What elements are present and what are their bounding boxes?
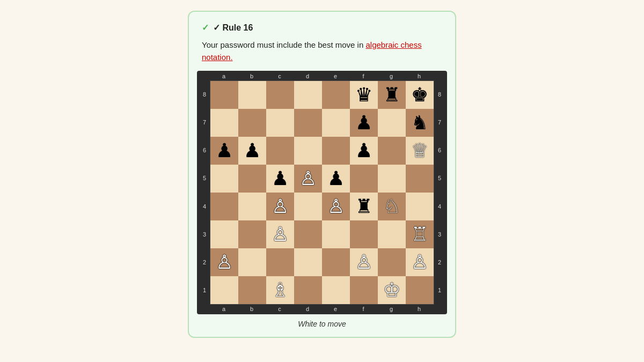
piece-h6: ♕ bbox=[411, 141, 428, 160]
piece-g4: ♘ bbox=[383, 197, 400, 216]
square-h2[interactable]: ♙ bbox=[406, 248, 434, 276]
square-f5[interactable] bbox=[350, 165, 378, 193]
rank-label-right-7: 7 bbox=[434, 108, 445, 136]
piece-a2: ♙ bbox=[216, 253, 233, 272]
rule-title: ✓ Rule 16 bbox=[213, 23, 253, 33]
square-e4[interactable]: ♙ bbox=[322, 193, 350, 220]
piece-h7: ♞ bbox=[411, 113, 428, 132]
rule-header: ✓ ✓ Rule 16 bbox=[202, 23, 442, 33]
square-e2[interactable] bbox=[322, 248, 350, 276]
square-e8[interactable] bbox=[322, 81, 350, 109]
square-f7[interactable]: ♟ bbox=[350, 109, 378, 137]
square-g3[interactable] bbox=[378, 220, 406, 248]
square-f8[interactable]: ♛ bbox=[350, 81, 378, 109]
square-c8[interactable] bbox=[266, 81, 294, 109]
square-f3[interactable] bbox=[350, 220, 378, 248]
piece-c1: ♗ bbox=[272, 280, 289, 300]
square-h8[interactable]: ♚ bbox=[406, 81, 434, 109]
square-f1[interactable] bbox=[350, 276, 378, 304]
piece-h8: ♚ bbox=[411, 85, 428, 105]
square-f6[interactable]: ♟ bbox=[350, 137, 378, 165]
rank-label-left-6: 6 bbox=[199, 137, 210, 165]
square-d5[interactable]: ♙ bbox=[294, 165, 322, 193]
square-h7[interactable]: ♞ bbox=[406, 109, 434, 137]
square-b7[interactable] bbox=[238, 109, 266, 137]
square-e3[interactable] bbox=[322, 220, 350, 248]
square-d8[interactable] bbox=[294, 81, 322, 109]
square-c1[interactable]: ♗ bbox=[266, 276, 294, 304]
file-labels-top: abcdefgh bbox=[210, 73, 434, 80]
square-f4[interactable]: ♜ bbox=[350, 193, 378, 220]
file-label-top-b: b bbox=[238, 73, 266, 80]
chess-board: ♛♜♚♟♞♟♟♟♕♟♙♟♙♙♜♘♙♖♙♙♙♗♔ bbox=[210, 80, 434, 305]
rank-label-left-5: 5 bbox=[199, 165, 210, 193]
square-e1[interactable] bbox=[322, 276, 350, 304]
piece-h3: ♖ bbox=[411, 225, 428, 244]
square-c4[interactable]: ♙ bbox=[266, 193, 294, 220]
square-a5[interactable] bbox=[210, 165, 238, 193]
square-d6[interactable] bbox=[294, 137, 322, 165]
square-a6[interactable]: ♟ bbox=[210, 137, 238, 165]
square-b6[interactable]: ♟ bbox=[238, 137, 266, 165]
square-a1[interactable] bbox=[210, 276, 238, 304]
rank-label-right-4: 4 bbox=[434, 193, 445, 220]
piece-c3: ♙ bbox=[272, 225, 289, 244]
file-label-top-d: d bbox=[294, 73, 321, 80]
file-label-bottom-a: a bbox=[210, 305, 238, 312]
square-h5[interactable] bbox=[406, 165, 434, 193]
square-h4[interactable] bbox=[406, 193, 434, 220]
rank-label-right-6: 6 bbox=[434, 137, 445, 165]
square-h3[interactable]: ♖ bbox=[406, 220, 434, 248]
square-b4[interactable] bbox=[238, 193, 266, 220]
square-g1[interactable]: ♔ bbox=[378, 276, 406, 304]
square-e6[interactable] bbox=[322, 137, 350, 165]
square-e7[interactable] bbox=[322, 109, 350, 137]
square-g2[interactable] bbox=[378, 248, 406, 276]
board-caption: White to move bbox=[298, 320, 346, 328]
square-h6[interactable]: ♕ bbox=[406, 137, 434, 165]
square-f2[interactable]: ♙ bbox=[350, 248, 378, 276]
square-c2[interactable] bbox=[266, 248, 294, 276]
file-label-top-a: a bbox=[210, 73, 238, 80]
file-label-bottom-f: f bbox=[349, 305, 377, 312]
square-b2[interactable] bbox=[238, 248, 266, 276]
square-a7[interactable] bbox=[210, 109, 238, 137]
square-c3[interactable]: ♙ bbox=[266, 220, 294, 248]
square-b5[interactable] bbox=[238, 165, 266, 193]
square-d3[interactable] bbox=[294, 220, 322, 248]
square-a8[interactable] bbox=[210, 81, 238, 109]
square-a4[interactable] bbox=[210, 193, 238, 220]
square-a2[interactable]: ♙ bbox=[210, 248, 238, 276]
square-c7[interactable] bbox=[266, 109, 294, 137]
check-icon: ✓ bbox=[202, 23, 209, 33]
square-g5[interactable] bbox=[378, 165, 406, 193]
square-g8[interactable]: ♜ bbox=[378, 81, 406, 109]
piece-f6: ♟ bbox=[355, 141, 372, 160]
square-d4[interactable] bbox=[294, 193, 322, 220]
square-g4[interactable]: ♘ bbox=[378, 193, 406, 220]
square-c5[interactable]: ♟ bbox=[266, 165, 294, 193]
square-d2[interactable] bbox=[294, 248, 322, 276]
piece-f7: ♟ bbox=[355, 113, 372, 132]
piece-a6: ♟ bbox=[216, 141, 233, 160]
square-b8[interactable] bbox=[238, 81, 266, 109]
board-container: abcdefgh 87654321 ♛♜♚♟♞♟♟♟♕♟♙♟♙♙♜♘♙♖♙♙♙♗… bbox=[202, 71, 442, 328]
file-label-bottom-h: h bbox=[405, 305, 433, 312]
square-d1[interactable] bbox=[294, 276, 322, 304]
square-h1[interactable] bbox=[406, 276, 434, 304]
file-label-top-g: g bbox=[377, 73, 405, 80]
square-b1[interactable] bbox=[238, 276, 266, 304]
piece-e4: ♙ bbox=[327, 197, 345, 216]
file-label-bottom-b: b bbox=[238, 305, 266, 312]
square-e5[interactable]: ♟ bbox=[322, 165, 350, 193]
square-c6[interactable] bbox=[266, 137, 294, 165]
square-d7[interactable] bbox=[294, 109, 322, 137]
file-label-bottom-d: d bbox=[294, 305, 321, 312]
rule-desc-text: Your password must include the best move… bbox=[202, 40, 365, 49]
square-g7[interactable] bbox=[378, 109, 406, 137]
square-b3[interactable] bbox=[238, 220, 266, 248]
square-g6[interactable] bbox=[378, 137, 406, 165]
file-label-bottom-g: g bbox=[377, 305, 405, 312]
file-label-top-f: f bbox=[349, 73, 377, 80]
square-a3[interactable] bbox=[210, 220, 238, 248]
